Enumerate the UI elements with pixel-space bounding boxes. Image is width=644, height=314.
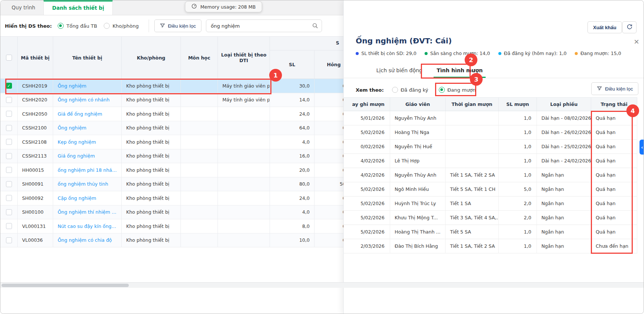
device-name-cell: ống nghiệm thủy tinh [53, 177, 122, 191]
borrow-row[interactable]: 5/01/2026Nguyễn Thùy Anh1,0Dài hạn - 08/… [344, 111, 637, 125]
borrow-date-cell: 5/02/2026 [344, 225, 390, 239]
qty-group-label-fragment: S [336, 40, 339, 46]
borrow-row[interactable]: 4/02/2026Nguyễn Thùy AnhTiết 1 SA, Tiết … [344, 168, 637, 182]
device-row[interactable]: HH00015ống nghiệm phi 18 nhánhKho phòng … [0, 163, 343, 177]
export-button[interactable]: Xuất khẩu [587, 21, 622, 33]
device-qty-cell: 20,0 [270, 163, 315, 177]
row-checkbox[interactable] [6, 125, 12, 131]
device-name-link[interactable]: ống nghiệm thủy tinh [58, 181, 108, 187]
device-broken-cell: 0,0 [315, 163, 343, 177]
view-by-radio-0[interactable]: Đã đăng ký [392, 87, 428, 93]
device-code-cell: CSSH2100 [18, 121, 53, 135]
device-row[interactable]: CSSH2100Ống nghiệmKho phòng thiết bị64,0… [0, 121, 343, 135]
device-code-cell: CSHH2020 [18, 93, 53, 107]
display-by-radio-1-circle [104, 23, 110, 29]
memory-usage-text: Memory usage: 208 MB [200, 4, 256, 10]
borrow-row[interactable]: 5/02/2026Ngô Minh HiếuTiết 5 SA, Tiết 1 … [344, 182, 637, 196]
app-tab-1[interactable]: Danh sách thiết bị [43, 0, 113, 15]
display-by-radio-0-circle [58, 23, 64, 29]
horizontal-scrollbar[interactable] [0, 282, 644, 288]
device-dti-type-cell [218, 191, 270, 205]
device-row[interactable]: SH00100Ống nghiệm thí nhiệm sinh h...Kho… [0, 205, 343, 220]
device-qty-cell: 24,0 [270, 191, 315, 205]
app-tab-0[interactable]: Quy trình [3, 0, 43, 15]
borrow-row[interactable]: 0/02/2026Nguyễn Thị Huế1,0Dài hạn - 25/0… [344, 140, 637, 154]
device-row[interactable]: CSSH2108Kẹp ống nghiệmKho phòng thiết bị… [0, 135, 343, 149]
device-dti-type-cell [218, 135, 270, 149]
borrow-row[interactable]: 2/03/2026Đào Thị Bích HằngTiết 1 SA, Tiế… [344, 239, 637, 253]
row-checkbox[interactable] [6, 111, 12, 117]
panel-filter-button[interactable]: Điều kiện lọc [591, 82, 638, 95]
device-warehouse-cell: Kho phòng thiết bị [122, 191, 181, 205]
borrow-ticket-cell: Dài hạn - 25/02/2026 [537, 140, 591, 153]
search-input[interactable] [206, 19, 322, 32]
borrow-row[interactable]: 5/02/2026Khưu Thị Mộng T...Tiết 3 SA, Ti… [344, 211, 637, 225]
row-checkbox[interactable] [6, 97, 12, 103]
scrollbar-thumb[interactable] [1, 284, 129, 287]
device-name-link[interactable]: Cặp ống nghiệm [58, 195, 96, 201]
select-all-checkbox[interactable] [6, 55, 12, 61]
device-row[interactable]: SH00091ống nghiệm thủy tinhKho phòng thi… [0, 177, 343, 192]
device-subject-cell [181, 149, 218, 163]
stat-label: SL thiết bị còn SD: 29,0 [361, 51, 416, 56]
borrow-qty-cell: 5,0 [499, 182, 537, 196]
device-name-link[interactable]: Ống nghiệm thí nhiệm sinh h... [58, 209, 117, 215]
row-checkbox[interactable] [6, 139, 12, 145]
borrow-row[interactable]: 5/02/2026Hoàng Thị Thanh ...Tiết 5 SA1,0… [344, 225, 637, 239]
borrow-teacher-cell: Hoàng Thị Nga [390, 125, 446, 139]
row-checkbox[interactable] [6, 223, 12, 229]
device-name-link[interactable]: Ống nghiệm có chia độ [58, 237, 112, 243]
stat-dot-icon [356, 52, 359, 55]
stat-item-3: Đang mượn: 15,0 [575, 51, 621, 56]
borrow-date-cell: 2/03/2026 [344, 239, 390, 253]
row-checkbox[interactable] [6, 209, 12, 215]
device-row[interactable]: CSSH2113Giá ống nghiệmKho phòng thiết bị… [0, 149, 343, 164]
device-subject-cell [181, 79, 218, 93]
row-checkbox-cell [0, 205, 18, 219]
device-name-link[interactable]: Giá ống nghiệm [58, 153, 95, 159]
row-checkbox[interactable] [6, 167, 12, 173]
device-row[interactable]: CSHH2020Ống nghiệm có nhánhKho phòng thi… [0, 93, 343, 107]
device-row[interactable]: VL00036Ống nghiệm có chia độKho phòng th… [0, 234, 343, 248]
device-row[interactable]: VL000131Nút cao su đậy kín ống nghi...Kh… [0, 219, 343, 234]
device-name-link[interactable]: Kẹp ống nghiệm [58, 139, 96, 145]
device-name-link[interactable]: Ống nghiệm có nhánh [58, 97, 110, 103]
row-checkbox[interactable] [6, 181, 12, 187]
device-subject-cell [181, 234, 218, 247]
device-name-link[interactable]: Ống nghiệm [58, 83, 86, 89]
device-dti-type-cell [218, 121, 270, 135]
stat-dot-icon [575, 52, 578, 55]
device-qty-cell: 64,0 [270, 121, 315, 135]
device-name-link[interactable]: ống nghiệm phi 18 nhánh [58, 167, 117, 173]
borrow-ticket-cell: Ngắn hạn [537, 182, 591, 196]
refresh-button[interactable] [622, 21, 637, 33]
borrow-row[interactable]: 4/02/2026Lê Thị Hợp1,0Dài hạn - 24/02/20… [344, 154, 637, 168]
borrow-qty-cell: 2,0 [499, 196, 537, 210]
borrow-teacher-cell: Lê Thị Hợp [390, 154, 446, 168]
panel-collapse-button[interactable]: ‹ [640, 140, 644, 155]
close-icon[interactable]: ✕ [632, 37, 641, 46]
device-subject-cell [181, 107, 218, 121]
device-row[interactable]: CSHH2050Giá để ống nghiệmKho phòng thiết… [0, 107, 343, 121]
device-name-link[interactable]: Ống nghiệm [58, 125, 86, 131]
device-broken-cell: 0,0 [315, 93, 343, 107]
row-checkbox[interactable] [6, 195, 12, 201]
device-row[interactable]: SH00092Cặp ống nghiệmKho phòng thiết bị2… [0, 191, 343, 205]
borrow-status-cell: Quá hạn [591, 182, 637, 196]
row-checkbox[interactable] [6, 153, 12, 159]
device-name-link[interactable]: Nút cao su đậy kín ống nghi... [58, 223, 117, 229]
row-checkbox[interactable]: ✓ [6, 83, 12, 89]
display-by-radio-0[interactable]: Tổng đầu TB [58, 23, 97, 29]
filter-button[interactable]: Điều kiện lọc [154, 19, 201, 32]
device-name-link[interactable]: Giá để ống nghiệm [58, 111, 102, 117]
display-by-radio-1[interactable]: Kho/phòng [104, 23, 139, 29]
borrow-row[interactable]: 5/02/2026Hoàng Thị Nga1,0Dài hạn - 26/02… [344, 125, 637, 140]
device-broken-cell: 0,0 [315, 149, 343, 163]
borrow-row[interactable]: 5/02/2026Huỳnh Thị Trúc LyTiết 1 SA2,0Ng… [344, 196, 637, 211]
panel-tab-0[interactable]: Lịch sử biến động [373, 64, 425, 78]
row-checkbox[interactable] [6, 237, 12, 243]
view-by-radio-1[interactable]: Đang mượn [439, 87, 476, 93]
device-row[interactable]: ✓CSHH2019Ống nghiệmKho phòng thiết bịMáy… [0, 79, 343, 93]
borrow-status-cell: Quá hạn [591, 125, 637, 139]
view-by-label: Xem theo: [356, 87, 384, 93]
